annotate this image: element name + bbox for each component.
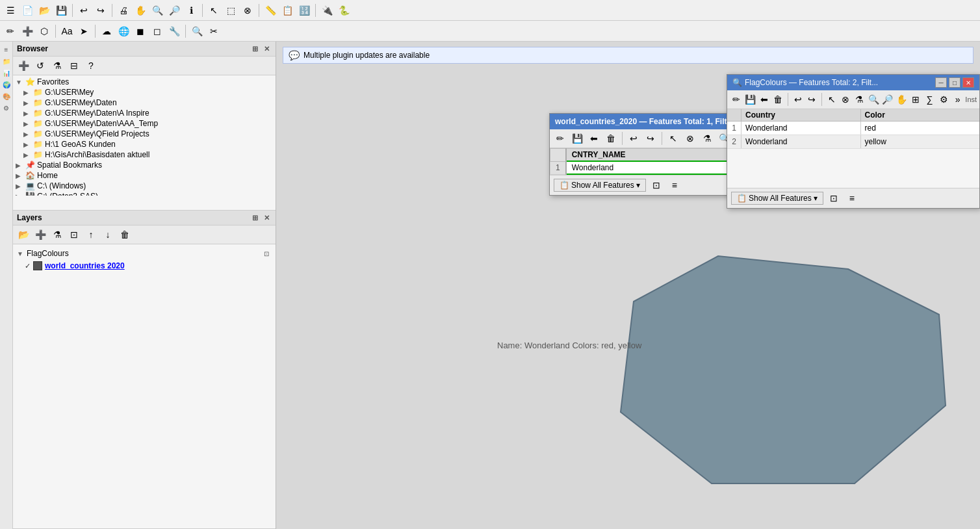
geo-icon[interactable]: 🌍	[1, 79, 12, 90]
layers-up-btn[interactable]: ↑	[83, 227, 99, 242]
browser-add-btn[interactable]: ➕	[16, 58, 31, 73]
flag-edit-btn[interactable]: ✏	[730, 92, 743, 107]
settings-icon[interactable]: ⚙	[1, 103, 12, 113]
tree-home[interactable]: ▶ 🏠 Home	[13, 170, 276, 181]
layers-close-btn[interactable]: ✕	[261, 213, 272, 223]
layers-icon[interactable]: ≡	[1, 44, 12, 55]
layers-down-btn[interactable]: ↓	[100, 227, 116, 242]
flag-grid2-btn[interactable]: ⊡	[826, 190, 842, 206]
attr-form-btn[interactable]: ≡	[667, 177, 682, 193]
pan-btn[interactable]: ✋	[133, 3, 148, 18]
flag-close-btn[interactable]: ✕	[962, 77, 974, 88]
attr-table-btn[interactable]: 📋	[279, 3, 295, 18]
tree-inspire[interactable]: ▶ 📁 G:\USER\Mey\Daten\A Inspire	[21, 108, 276, 118]
flagcolours-group[interactable]: ▼ FlagColours ⊡	[13, 247, 276, 260]
print-btn[interactable]: 🖨	[116, 3, 131, 18]
zoom-out-btn[interactable]: 🔎	[166, 3, 182, 18]
attr-select-btn[interactable]: ↖	[665, 131, 681, 146]
plugin-btn[interactable]: 🔌	[319, 3, 335, 18]
tree-user-mey[interactable]: ▶ 📁 G:\USER\Mey	[21, 87, 276, 97]
attr-back-btn[interactable]: ⬅	[586, 131, 602, 146]
flag-delete-btn[interactable]: 🗑	[772, 92, 785, 107]
tree-geoas[interactable]: ▶ 📁 H:\1 GeoAS Kunden	[21, 139, 276, 149]
show-all-features-btn[interactable]: 📋 Show All Features ▾	[554, 179, 646, 192]
flag-save-btn[interactable]: 💾	[744, 92, 757, 107]
layers-open-btn[interactable]: 📂	[16, 227, 31, 242]
flag-sel-btn[interactable]: ↖	[825, 92, 838, 107]
layer-expand-icon[interactable]: ⊡	[261, 248, 272, 259]
flag-more2-btn[interactable]: »	[951, 92, 964, 107]
attr-redo-btn[interactable]: ↪	[643, 131, 658, 146]
flag-search-btn[interactable]: 🔍	[868, 92, 881, 107]
tree-daten[interactable]: ▶ 📁 G:\USER\Mey\Daten	[21, 97, 276, 108]
flag-filter3-btn[interactable]: ⚙	[937, 92, 950, 107]
edit-btn[interactable]: ✏	[3, 23, 18, 39]
layers-remove-btn[interactable]: 🗑	[117, 227, 133, 242]
save-btn[interactable]: 💾	[53, 3, 69, 18]
menu-btn[interactable]: ☰	[3, 3, 18, 18]
flag-minimize-btn[interactable]: ─	[935, 77, 947, 88]
flag-back-btn[interactable]: ⬅	[758, 92, 771, 107]
tree-favorites[interactable]: ▼ ⭐ Favorites	[13, 77, 276, 87]
world-layer-label[interactable]: world_countries 2020	[45, 261, 125, 270]
new-project-btn[interactable]: 📄	[19, 3, 35, 18]
cube-btn[interactable]: ◼	[133, 23, 148, 39]
attr-delete-btn[interactable]: 🗑	[603, 131, 619, 146]
layers-add-btn[interactable]: ➕	[32, 227, 48, 242]
browser-refresh-btn[interactable]: ↺	[32, 58, 48, 73]
python-btn[interactable]: 🐍	[336, 3, 352, 18]
tree-c-drive[interactable]: ▶ 💻 C:\ (Windows)	[13, 181, 276, 191]
meas-btn[interactable]: 📏	[263, 3, 278, 18]
layers-float-btn[interactable]: ⊞	[250, 213, 260, 223]
browser-float-btn[interactable]: ⊞	[250, 44, 260, 54]
browser-collapse-btn[interactable]: ⊟	[66, 58, 82, 73]
paint-icon[interactable]: 🎨	[1, 91, 12, 101]
layers-filter-btn[interactable]: ⚗	[49, 227, 65, 242]
flag-form2-btn[interactable]: ≡	[844, 190, 860, 206]
flag-undo-btn[interactable]: ↩	[792, 92, 805, 107]
tree-bookmarks[interactable]: ▶ 📌 Spatial Bookmarks	[13, 160, 276, 170]
tree-aaa[interactable]: ▶ 📁 G:\USER\Mey\Daten\AAA_Temp	[21, 118, 276, 129]
tools-btn[interactable]: 🔧	[166, 23, 182, 39]
layer-check-icon[interactable]: ✓	[25, 262, 31, 270]
identify-btn[interactable]: ℹ	[183, 3, 199, 18]
undo-btn[interactable]: ↩	[76, 3, 92, 18]
layers-group-btn[interactable]: ⊡	[66, 227, 82, 242]
attr-grid-btn[interactable]: ⊡	[649, 177, 664, 193]
locator-btn[interactable]: 🔍	[189, 23, 205, 39]
flag-calc-btn[interactable]: ∑	[923, 92, 936, 107]
box-btn[interactable]: ◻	[149, 23, 165, 39]
browser-close-btn[interactable]: ✕	[261, 44, 272, 54]
field-calc-btn[interactable]: 🔢	[296, 3, 312, 18]
flag-zoom2-btn[interactable]: 🔎	[881, 92, 894, 107]
flag-desel-btn[interactable]: ⊗	[839, 92, 852, 107]
attr-edit-btn[interactable]: ✏	[552, 131, 568, 146]
redo-btn[interactable]: ↪	[93, 3, 109, 18]
flag-maximize-btn[interactable]: □	[949, 77, 961, 88]
select-btn[interactable]: ↖	[206, 3, 222, 18]
flag-show-features-btn[interactable]: 📋 Show All Features ▾	[731, 192, 823, 205]
tree-gisarchi[interactable]: ▶ 📁 H:\GisArchi\Basisdaten aktuell	[21, 149, 276, 160]
add-feature-btn[interactable]: ➕	[19, 23, 35, 39]
attr-save-btn[interactable]: 💾	[569, 131, 585, 146]
zoom-in-btn[interactable]: 🔍	[149, 3, 165, 18]
tree-g-drive[interactable]: ▶ 💾 G:\ (Daten2-SAS)	[13, 191, 276, 196]
select-rect-btn[interactable]: ⬚	[223, 3, 239, 18]
flag-invert2-btn[interactable]: ⊞	[909, 92, 922, 107]
3d-btn[interactable]: 🌐	[116, 23, 131, 39]
browser-help-btn[interactable]: ?	[83, 58, 99, 73]
attr-deselect-btn[interactable]: ⊗	[682, 131, 698, 146]
deselect-btn[interactable]: ⊗	[240, 3, 255, 18]
flag-filter2-btn[interactable]: ⚗	[853, 92, 866, 107]
arrow-anno-btn[interactable]: ➤	[76, 23, 92, 39]
map-area[interactable]: 💬 Multiple plugin updates are available …	[276, 42, 980, 529]
attr-filter-sel-btn[interactable]: ⚗	[699, 131, 715, 146]
flag-redo-btn[interactable]: ↪	[806, 92, 819, 107]
tree-qfield[interactable]: ▶ 📁 G:\USER\Mey\QField Projects	[21, 129, 276, 139]
edit2-btn[interactable]: ✂	[206, 23, 222, 39]
world-layer-item[interactable]: ✓ world_countries 2020	[21, 260, 276, 272]
browser-filter-btn[interactable]: ⚗	[49, 58, 65, 73]
open-btn[interactable]: 📂	[36, 3, 52, 18]
node-tool-btn[interactable]: ⬡	[36, 23, 52, 39]
flag-row-2[interactable]: 2 Wonderland yellow	[727, 135, 979, 149]
